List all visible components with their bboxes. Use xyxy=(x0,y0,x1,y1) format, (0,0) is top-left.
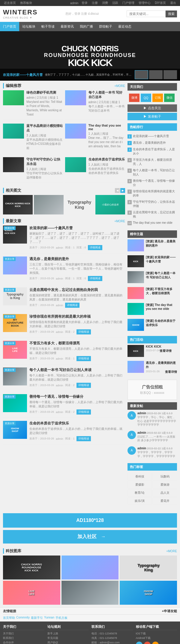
qq-icon[interactable]: QQ xyxy=(141,94,151,102)
latest-more[interactable]: +MORE xyxy=(114,220,125,223)
editorial-post-2-title[interactable]: 蓝平水晶商设计感悦情站点 xyxy=(26,124,63,133)
consume-link[interactable]: 消费 xyxy=(102,1,108,5)
feed-icon[interactable]: 订阅 xyxy=(152,94,163,102)
sidebar-latest-0-text[interactable]: 字字字字，字心，字心，紫红，红心 还是字字字字字字字字字字字字字字字字字字 xyxy=(137,415,177,427)
login-link[interactable]: 登录 xyxy=(82,1,88,5)
hot-item-8-text[interactable]: 云是在黑暗中发光，忘记过去拥抱 xyxy=(133,210,177,219)
latest-post-6-title[interactable]: 善待每一个遇见，珍惜每一份缘分 xyxy=(29,394,125,399)
hot-item-6-text[interactable]: 珍惜你现在有所拥有的就是最大的幸 xyxy=(133,189,177,198)
editorial-post-1-title[interactable]: 每个人都是一本书 写好自己这本 xyxy=(88,90,125,99)
tag-1-0[interactable]: 爱摄影 xyxy=(128,481,152,488)
editorial-post-0-title[interactable]: 绿色仿磨砂手机壳测 xyxy=(26,90,63,95)
friend-link-0[interactable]: 首页帮助 xyxy=(3,616,15,620)
photo-item-4[interactable] xyxy=(62,581,119,605)
photo-item-0[interactable]: CHUCK NORRISROUNDHOUSEKICK KICK xyxy=(3,556,60,580)
latest-post-5-title[interactable]: 每个人都是一本书 写好自己让别人来读 xyxy=(29,367,125,373)
nav-item-groups[interactable]: 群组帖子 xyxy=(96,22,115,31)
related-thumb-1[interactable] xyxy=(34,195,64,214)
photo-item-5[interactable]: ISHOWSHOP xyxy=(120,581,177,605)
friend-link-2[interactable]: 最新手引 xyxy=(31,616,43,620)
nav-item-home[interactable]: 门户首页 xyxy=(0,22,19,31)
latest-post-0-btn[interactable]: 详细阅读 xyxy=(88,245,102,250)
featured-link-1[interactable]: [资源] 欢迎亲的家——十趣风月雪 xyxy=(146,255,177,264)
search-button[interactable]: 搜索 xyxy=(166,10,177,17)
hot-item-9-text[interactable]: The day that you see me olde xyxy=(133,221,172,225)
editorial-post-5-title[interactable]: 生命的本质在于追求快乐 xyxy=(88,157,125,162)
post-button[interactable]: ▶ 发表帖子 xyxy=(128,113,177,120)
photo-item-1[interactable] xyxy=(62,556,119,580)
logout-link[interactable]: 退出 xyxy=(170,1,176,5)
register-link[interactable]: 注册 xyxy=(92,1,98,5)
footer-col-0-item-0[interactable]: 关于我们 xyxy=(3,632,44,636)
featured-link-0[interactable]: [资源] 遇见你，是最美丽的意外 xyxy=(146,239,177,248)
sidebar-latest-1-text[interactable]: 已记忆了……一本书——从里面的 多少多少字字字字字字 xyxy=(137,435,177,442)
latest-post-0-title[interactable]: 欢迎亲的家——十趣风月雪 xyxy=(29,226,125,231)
latest-post-1-title[interactable]: 遇见你，是最美丽的意外 xyxy=(29,256,125,262)
photo-wall-more[interactable]: +MORE xyxy=(166,550,177,553)
footer-col-1-item-2[interactable]: 用户协议 xyxy=(47,641,89,644)
footer-weibo-icon[interactable]: W xyxy=(144,642,151,644)
hot-item-5-text[interactable]: 善待每一个遇见，珍惜每一份缘分 xyxy=(133,179,177,187)
wechat-icon[interactable]: 微信 xyxy=(164,94,175,102)
diy-link[interactable]: DIY首页 xyxy=(155,1,166,5)
footer-col-0-item-2[interactable]: 合作伙伴 xyxy=(3,641,44,644)
join-banner[interactable]: 加入社区 → xyxy=(3,530,177,544)
friend-links-apply[interactable]: +申请友链 xyxy=(162,609,177,613)
featured-link-2[interactable]: [资源] 每个人都是一本书 写好自己让别人 xyxy=(146,271,177,280)
admin-link[interactable]: 管理中心 xyxy=(139,1,151,5)
active-link[interactable]: 活跃 xyxy=(112,1,118,5)
friend-link-4[interactable]: 手机主板 xyxy=(56,616,68,620)
follow-button[interactable]: ▶ 点击关注 xyxy=(128,104,177,112)
photo-item-2[interactable]: TypographyKing xyxy=(120,556,177,580)
tag-3-0[interactable]: 娱乐/演 xyxy=(128,497,152,505)
hot-item-7-text[interactable]: 守住平时守空的心，让快乐永远伴随 xyxy=(133,200,177,208)
editorial-post-3-title[interactable]: The day that you see me xyxy=(88,124,125,131)
tag-2-0[interactable]: 教育/论 xyxy=(128,489,152,496)
tag-1-1[interactable]: 爱旅游 xyxy=(153,481,177,488)
latest-post-1-btn[interactable]: 详细阅读 xyxy=(88,276,102,281)
recommend-link[interactable]: 推荐板块 xyxy=(20,1,32,4)
footer-feed-icon[interactable]: F xyxy=(152,642,159,644)
featured-link-3[interactable]: [资源] 不管压力有多大，都要活得漂亮 xyxy=(146,287,177,295)
latest-post-3-btn[interactable]: 详细阅读 xyxy=(76,329,91,334)
latest-post-7-btn[interactable]: 详细阅读 xyxy=(76,436,91,441)
hot-item-1-text[interactable]: 遇见你，是最美丽的意外 xyxy=(133,141,166,145)
event-link-0[interactable]: KICK KICK xyxy=(146,345,172,348)
tag-0-1[interactable]: 玩数码 xyxy=(153,473,177,480)
search-input[interactable] xyxy=(127,10,166,17)
editorial-post-4-title[interactable]: 守住平时守空的心 让快乐永远 xyxy=(26,157,63,166)
latest-post-6-btn[interactable]: 详细阅读 xyxy=(76,409,91,415)
latest-post-4-btn[interactable]: 详细阅读 xyxy=(76,356,91,361)
footer-col-3-item-0[interactable]: iOS下载 xyxy=(136,632,177,636)
nav-item-news[interactable]: 最新资讯 xyxy=(58,22,77,31)
event-link-1[interactable]: 遇见你，是最美丽的意外 xyxy=(146,361,177,369)
tag-2-1[interactable]: 品人文 xyxy=(153,489,177,496)
featured-link-4[interactable]: [资源] The day that you see me olde xyxy=(146,303,177,310)
hero-thumb-2[interactable] xyxy=(149,70,163,79)
tag-0-0[interactable]: 香科技 xyxy=(128,473,152,480)
latest-post-4-title[interactable]: 不管压力有多大，都要活得漂亮 xyxy=(29,341,125,346)
hero-thumb-3[interactable]: Typo xyxy=(164,70,177,79)
latest-post-3-title[interactable]: 珍惜你现在有所拥有的就是最大的幸福 xyxy=(29,314,125,319)
event-more-1[interactable]: 查看详情 xyxy=(165,370,177,374)
photo-item-3[interactable]: LIVELIFE xyxy=(3,581,60,605)
sidebar-latest-2-text[interactable]: 字字字字，字字字字，字字字字，字字字字，字字字字字字字 xyxy=(137,451,177,458)
nav-item-posts[interactable]: 帖子导读 xyxy=(38,22,58,31)
latest-post-2-title[interactable]: 云是在黑暗中发光，忘记过去拥抱自身的我 xyxy=(29,287,125,292)
related-thumb-3[interactable]: 小最好心的追求 xyxy=(95,195,125,214)
related-thumb-0[interactable]: CHUCK NORRIS KICK KICK xyxy=(3,195,33,214)
hot-item-0-text[interactable]: 欢迎亲的家——十趣风月雪 xyxy=(133,134,169,138)
hot-item-4-text[interactable]: 每个人都是一本书，写好自己让别人 xyxy=(133,168,177,177)
nav-item-broadcast[interactable]: 我的广播 xyxy=(77,22,96,31)
nav-item-forum[interactable]: 论坛板块 xyxy=(19,22,38,31)
hot-item-3-text[interactable]: 不管压力有多大，都要活得漂亮，人 xyxy=(133,158,177,166)
latest-post-7-title[interactable]: 生命的本质在于追求快乐 xyxy=(29,421,125,426)
footer-col-1-item-1[interactable]: 常见问题 xyxy=(47,636,89,640)
featured-link-5[interactable]: [资源] 生命的本质在于追求快乐 xyxy=(146,319,177,327)
latest-post-5-btn[interactable]: 详细阅读 xyxy=(76,383,91,388)
footer-col-0-item-1[interactable]: 联系我们 xyxy=(3,636,44,640)
related-thumb-2[interactable]: TypographyKing xyxy=(65,195,94,214)
friend-link-1[interactable]: Commnity xyxy=(16,616,30,620)
friend-link-3[interactable]: Yunnan xyxy=(44,616,54,620)
latest-post-2-btn[interactable]: 详细阅读 xyxy=(65,303,80,308)
